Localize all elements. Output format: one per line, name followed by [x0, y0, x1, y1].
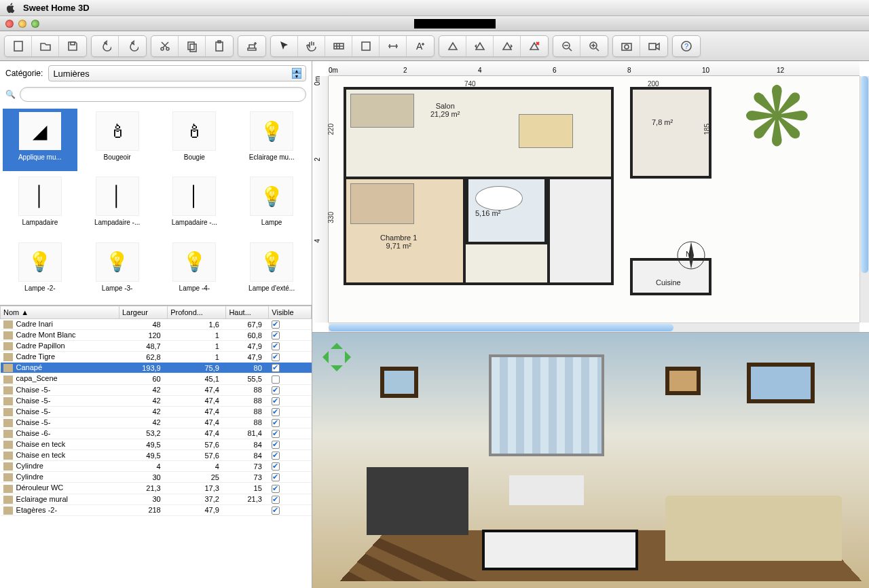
furniture-table[interactable]: Nom ▲LargeurProfond...Haut...Visible Cad… [0, 306, 312, 516]
visible-checkbox[interactable] [272, 507, 280, 515]
visible-checkbox[interactable] [272, 353, 280, 361]
help-button[interactable]: ? [673, 36, 700, 56]
catalog-item[interactable]: 💡Lampe -2- [3, 240, 77, 302]
column-header[interactable]: Visible [269, 306, 312, 319]
table-row[interactable]: Chaise -5-4247,488 [1, 395, 312, 406]
minimize-window-button[interactable] [18, 20, 26, 28]
table-row[interactable]: Cylindre302573 [1, 472, 312, 483]
dimension-label: 330 [327, 212, 335, 223]
zoom-in-button[interactable] [580, 36, 608, 56]
create-level-button[interactable] [439, 36, 466, 56]
catalog-item[interactable]: │Lampadaire [3, 174, 77, 236]
macos-menubar: Sweet Home 3D [0, 0, 869, 16]
paste-button[interactable] [206, 36, 233, 56]
plan-scrollbar-h[interactable] [329, 323, 859, 332]
zoom-out-button[interactable] [553, 36, 580, 56]
visible-checkbox[interactable] [272, 331, 280, 339]
table-row[interactable]: Chaise -5-4247,488 [1, 406, 312, 417]
column-header[interactable]: Nom ▲ [1, 306, 119, 319]
table-row[interactable]: Cadre Mont Blanc120160,8 [1, 330, 312, 341]
ruler-tick: 4 [314, 239, 321, 243]
visible-checkbox[interactable] [272, 419, 280, 427]
cut-button[interactable] [151, 36, 179, 56]
visible-checkbox[interactable] [272, 386, 280, 394]
ruler-tick: 6 [553, 67, 557, 74]
table-row[interactable]: Chaise -6-53,247,481,4 [1, 428, 312, 439]
table-row[interactable]: Cadre Tigre62,8147,9 [1, 352, 312, 363]
catalog-item[interactable]: │Lampadaire -... [80, 174, 155, 236]
plan-canvas[interactable]: ❋ 740200220330185Salon21,29 m²Chambre 19… [329, 76, 859, 323]
visible-checkbox[interactable] [272, 408, 280, 416]
catalog-thumb: 💡 [250, 111, 293, 151]
undo-button[interactable] [92, 36, 119, 56]
column-header[interactable]: Haut... [226, 306, 269, 319]
nav-left-icon[interactable] [316, 351, 329, 363]
table-row[interactable]: Canapé193,975,980 [1, 363, 312, 373]
wall-button[interactable] [325, 36, 352, 56]
prev-level-button[interactable] [466, 36, 494, 56]
table-row[interactable]: Cylindre4473 [1, 461, 312, 472]
catalog-item[interactable]: 💡Lampe -4- [158, 240, 232, 302]
catalog-item[interactable]: │Lampadaire -... [158, 174, 232, 236]
chevron-up-icon[interactable]: ▲ [292, 68, 301, 73]
table-row[interactable]: Chaise -5-4247,488 [1, 384, 312, 395]
table-row[interactable]: Eclairage mural3037,221,3 [1, 494, 312, 504]
catalog-item[interactable]: 💡Lampe -3- [80, 240, 155, 302]
save-button[interactable] [59, 36, 86, 56]
photo-button[interactable] [613, 36, 640, 56]
select-button[interactable] [271, 36, 298, 56]
redo-button[interactable] [119, 36, 146, 56]
table-row[interactable]: Chaise en teck49,557,684 [1, 439, 312, 450]
delete-level-button[interactable] [521, 36, 548, 56]
category-select[interactable]: Lumières ▲▼ [48, 65, 306, 81]
catalog-item[interactable]: 💡Lampe d'exté... [234, 240, 309, 302]
visible-checkbox[interactable] [272, 452, 280, 460]
catalog-thumb: 💡 [250, 242, 293, 282]
plan-2d-panel[interactable]: 0m24681012 0m24 ❋ 740200220330185 [312, 61, 869, 333]
copy-button[interactable] [179, 36, 206, 56]
column-header[interactable]: Profond... [168, 306, 226, 319]
table-row[interactable]: Dérouleur WC21,317,315 [1, 483, 312, 494]
next-level-button[interactable] [494, 36, 521, 56]
room-button[interactable] [352, 36, 380, 56]
visible-checkbox[interactable] [272, 473, 280, 481]
catalog-item[interactable]: 💡Lampe [234, 174, 309, 236]
catalog-item[interactable]: 🕯Bougie [158, 109, 232, 171]
table-row[interactable]: Etagères -2-21847,9 [1, 504, 312, 515]
visible-checkbox[interactable] [272, 375, 280, 384]
row-icon [3, 375, 13, 384]
visible-checkbox[interactable] [272, 397, 280, 405]
view-3d-panel[interactable] [312, 333, 869, 588]
chevron-down-icon[interactable]: ▼ [292, 73, 301, 79]
add-furniture-button[interactable] [238, 36, 265, 56]
video-button[interactable] [640, 36, 667, 56]
visible-checkbox[interactable] [272, 364, 280, 372]
visible-checkbox[interactable] [272, 496, 280, 504]
pan-button[interactable] [298, 36, 325, 56]
plan-scrollbar-v[interactable] [859, 76, 869, 323]
visible-checkbox[interactable] [272, 485, 280, 493]
table-row[interactable]: capa_Scene6045,155,5 [1, 373, 312, 384]
catalog-item[interactable]: 🕯Bougeoir [80, 109, 155, 171]
new-button[interactable] [5, 36, 32, 56]
row-icon [3, 473, 13, 481]
open-button[interactable] [32, 36, 59, 56]
text-button[interactable]: A [407, 36, 434, 56]
table-row[interactable]: Cadre Inari481,667,9 [1, 319, 312, 330]
catalog-item[interactable]: ◢Applique mu... [3, 109, 77, 171]
visible-checkbox[interactable] [272, 430, 280, 438]
table-row[interactable]: Chaise -5-4247,488 [1, 417, 312, 428]
dimension-button[interactable] [380, 36, 407, 56]
close-window-button[interactable] [5, 20, 14, 28]
catalog-item[interactable]: 💡Eclairage mu... [234, 109, 309, 171]
column-header[interactable]: Largeur [119, 306, 167, 319]
visible-checkbox[interactable] [272, 441, 280, 449]
catalog-search-input[interactable] [20, 87, 306, 102]
table-header-row[interactable]: Nom ▲LargeurProfond...Haut...Visible [1, 306, 312, 319]
zoom-window-button[interactable] [31, 20, 39, 28]
table-row[interactable]: Cadre Papillon48,7147,9 [1, 341, 312, 352]
visible-checkbox[interactable] [272, 320, 280, 329]
visible-checkbox[interactable] [272, 462, 280, 471]
table-row[interactable]: Chaise en teck49,557,684 [1, 450, 312, 461]
visible-checkbox[interactable] [272, 342, 280, 350]
